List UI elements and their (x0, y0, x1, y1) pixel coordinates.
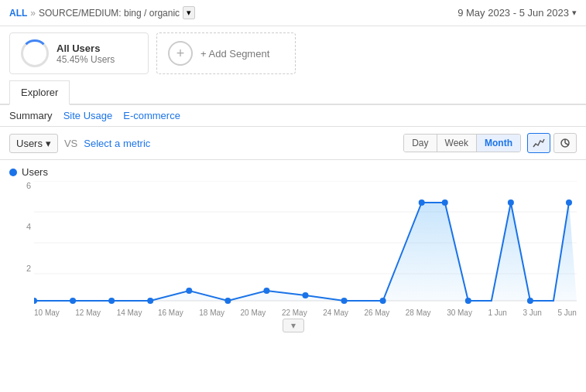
tabs-bar: Explorer (0, 80, 586, 105)
svg-point-24 (566, 199, 572, 206)
date-range-selector[interactable]: 9 May 2023 - 5 Jun 2023 ▾ (457, 7, 577, 19)
breadcrumb-source: SOURCE/MEDIUM: bing / organic (39, 8, 180, 19)
x-axis: 10 May 12 May 14 May 16 May 18 May 20 Ma… (34, 307, 577, 317)
legend-label: Users (22, 166, 48, 178)
svg-point-17 (341, 298, 348, 304)
chart-wrapper: 6 4 2 (9, 181, 577, 317)
chart-svg (34, 181, 577, 305)
x-label-20may: 20 May (241, 308, 266, 317)
select-metric-link[interactable]: Select a metric (84, 138, 150, 149)
svg-point-16 (302, 292, 308, 298)
y-label-4: 4 (26, 222, 31, 231)
pie-chart-icon (559, 138, 571, 148)
month-button[interactable]: Month (477, 135, 520, 152)
add-segment-label: + Add Segment (200, 48, 269, 60)
x-label-14may: 14 May (117, 308, 142, 317)
svg-point-12 (147, 298, 153, 304)
scroll-down-button[interactable]: ▾ (283, 319, 304, 332)
svg-line-2 (565, 143, 569, 145)
x-label-24may: 24 May (323, 308, 348, 317)
metric-dropdown-icon: ▾ (46, 138, 51, 149)
date-range-arrow: ▾ (572, 8, 577, 18)
scroll-down-icon: ▾ (291, 320, 296, 331)
segment-pct: 45.45% Users (57, 54, 115, 65)
x-label-12may: 12 May (75, 308, 101, 317)
date-range-label: 9 May 2023 - 5 Jun 2023 (457, 7, 569, 19)
add-icon: + (168, 41, 193, 66)
svg-point-23 (527, 298, 533, 304)
x-label-16may: 16 May (158, 308, 183, 317)
segment-info: All Users 45.45% Users (57, 43, 115, 65)
x-label-30may: 30 May (447, 308, 472, 317)
x-label-18may: 18 May (199, 308, 224, 317)
svg-point-14 (224, 298, 231, 304)
segment-icon (21, 39, 49, 67)
controls-bar: Users ▾ VS Select a metric Day Week Mont… (0, 127, 586, 160)
svg-point-18 (380, 298, 386, 304)
source-dropdown-button[interactable]: ▾ (183, 6, 195, 19)
subtabs-bar: Summary Site Usage E-commerce (0, 105, 586, 127)
svg-point-19 (419, 199, 425, 206)
svg-point-10 (70, 298, 76, 304)
y-label-2: 2 (26, 264, 31, 273)
pie-chart-button[interactable] (553, 133, 577, 153)
x-label-5jun: 5 Jun (557, 308, 576, 317)
breadcrumb-all[interactable]: ALL (9, 8, 27, 19)
svg-point-13 (186, 288, 192, 294)
legend-dot (9, 169, 17, 176)
y-label-6: 6 (26, 181, 31, 190)
subtab-ecommerce[interactable]: E-commerce (123, 110, 180, 121)
top-bar: ALL » SOURCE/MEDIUM: bing / organic ▾ 9 … (0, 0, 586, 26)
svg-point-9 (34, 298, 37, 304)
x-label-3jun: 3 Jun (523, 308, 541, 317)
x-label-26may: 26 May (365, 308, 390, 317)
chart-svg-container: 10 May 12 May 14 May 16 May 18 May 20 Ma… (34, 181, 577, 317)
subtab-summary[interactable]: Summary (9, 110, 53, 121)
segments-area: All Users 45.45% Users + + Add Segment (0, 26, 586, 80)
all-users-segment[interactable]: All Users 45.45% Users (9, 32, 149, 74)
day-button[interactable]: Day (404, 135, 437, 152)
svg-marker-8 (34, 203, 577, 301)
x-label-22may: 22 May (282, 308, 307, 317)
svg-point-11 (108, 298, 115, 304)
subtab-site-usage[interactable]: Site Usage (63, 110, 113, 121)
line-chart-button[interactable] (527, 133, 550, 153)
vs-label: VS (64, 138, 77, 149)
svg-point-15 (263, 288, 269, 294)
x-label-1jun: 1 Jun (488, 308, 506, 317)
svg-point-21 (465, 298, 471, 304)
chart-type-buttons (527, 133, 577, 153)
line-chart-icon (533, 138, 545, 148)
svg-point-22 (508, 199, 514, 206)
period-buttons: Day Week Month (403, 134, 521, 152)
x-label-10may: 10 May (34, 308, 60, 317)
segment-name: All Users (57, 43, 115, 54)
x-label-28may: 28 May (406, 308, 431, 317)
add-segment-card[interactable]: + + Add Segment (156, 32, 296, 74)
chart-area: Users 6 4 2 (0, 160, 586, 317)
metric-label: Users (16, 138, 43, 149)
breadcrumb-separator: » (30, 8, 36, 19)
svg-point-20 (442, 199, 448, 206)
breadcrumb: ALL » SOURCE/MEDIUM: bing / organic ▾ (9, 6, 195, 19)
metric-select[interactable]: Users ▾ (9, 134, 58, 153)
y-axis: 6 4 2 (9, 181, 34, 305)
week-button[interactable]: Week (437, 135, 477, 152)
scroll-hint: ▾ (0, 317, 586, 334)
tab-explorer[interactable]: Explorer (9, 80, 70, 105)
chart-legend: Users (9, 166, 577, 178)
